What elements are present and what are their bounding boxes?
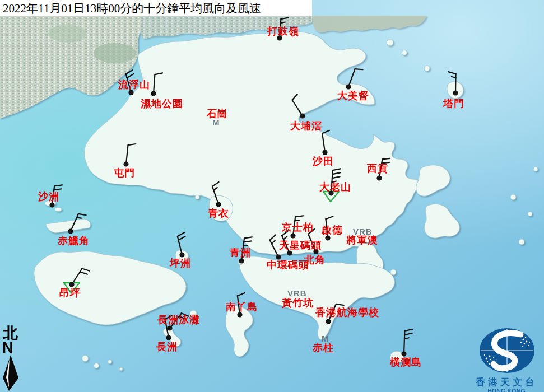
tung-lung-islet	[390, 269, 396, 275]
map-title: 2022年11月01日13時00分的十分鐘平均風向及風速	[0, 1, 261, 16]
peng-chau-island	[175, 250, 188, 262]
crooked-islet	[402, 50, 407, 55]
ma-wan-islet	[195, 195, 199, 199]
hko-logo: 香港天文台 HONG KONG OBSERVATORY	[469, 327, 544, 391]
soko-islet-2	[94, 363, 99, 368]
title-bar: 2022年11月01日13時00分的十分鐘平均風向及風速	[0, 0, 312, 16]
hko-logo-english: HONG KONG OBSERVATORY	[469, 388, 544, 392]
soko-islet-1	[82, 356, 89, 362]
ninepin-islet-1	[510, 194, 516, 200]
sha-chau-islet	[45, 200, 56, 206]
hong-kong-basemap	[0, 0, 544, 392]
shenzhen-hill	[94, 43, 136, 63]
tap-mun-island	[447, 82, 463, 99]
kat-o-islet	[387, 39, 393, 46]
po-toi-island	[390, 351, 404, 363]
lung-kwu-chau-islet	[55, 208, 62, 212]
hko-logo-icon	[469, 327, 544, 374]
soko-islet-3	[108, 360, 112, 364]
shenzhen-hill-2	[48, 25, 86, 43]
soko-islet-4	[119, 367, 123, 371]
compass-n-label: N	[1, 341, 24, 354]
ninepin-islet-2	[528, 212, 532, 216]
wind-map-page: 打鼓嶺流浮山濕地公園石崗M大埔滘大美督塔門屯門沙洲赤鱲角青衣沙田西貢大老山京士柏…	[0, 0, 544, 392]
ninepin-islet-3	[519, 239, 524, 245]
waglan-islet	[406, 357, 410, 361]
compass-needle-icon	[1, 354, 21, 391]
hko-logo-chinese: 香港天文台	[469, 377, 544, 388]
hei-ling-chau-islet	[190, 310, 197, 317]
tsing-yi-island	[209, 195, 233, 221]
mirs-bay-islet	[533, 167, 538, 171]
green-islet	[238, 260, 243, 265]
compass-chinese-label: 北	[1, 326, 24, 341]
grass-islet	[424, 66, 430, 71]
north-compass: 北 N	[1, 326, 24, 392]
